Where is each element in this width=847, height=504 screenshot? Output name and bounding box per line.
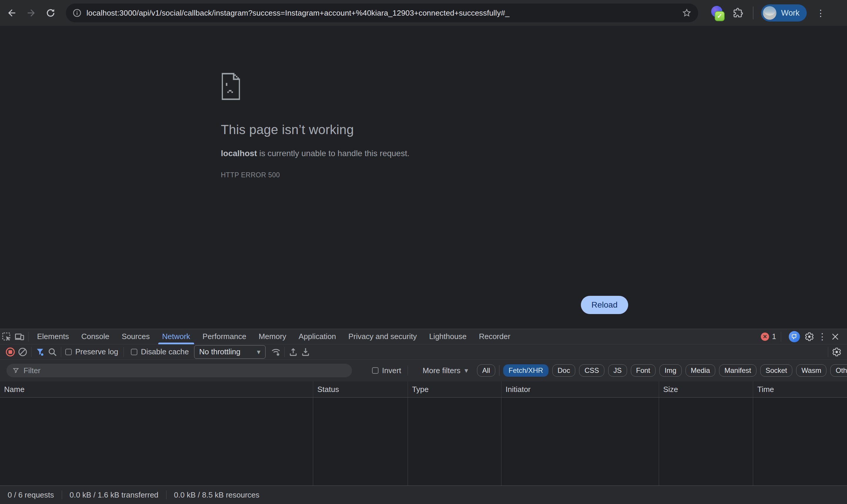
tabbar-separator	[781, 332, 781, 342]
transferred-size: 0.0 kB / 1.6 kB transferred	[70, 490, 159, 500]
search-icon	[47, 347, 57, 357]
invert-checkbox[interactable]	[372, 367, 379, 374]
chip-font[interactable]: Font	[631, 364, 655, 377]
table-body[interactable]	[0, 397, 847, 486]
table-header-row: Name Status Type Initiator Size Time	[0, 381, 847, 397]
chip-socket[interactable]: Socket	[760, 364, 792, 377]
back-button[interactable]	[4, 5, 19, 21]
filter-separator	[408, 365, 408, 376]
devtools-settings-button[interactable]	[803, 330, 816, 343]
toolbar-separator	[61, 347, 61, 357]
chevron-down-icon: ▾	[465, 366, 468, 375]
tab-application[interactable]: Application	[292, 329, 342, 344]
network-filter-row: Invert More filters ▾ All Fetch/XHR Doc …	[0, 360, 847, 381]
invert-filter-group: Invert	[370, 366, 401, 375]
throttling-select[interactable]: No throttling ▾	[194, 345, 265, 359]
gear-icon	[832, 347, 842, 357]
column-header-type[interactable]: Type	[408, 381, 501, 397]
clear-network-log-button[interactable]	[16, 346, 29, 358]
toolbar-separator	[124, 347, 124, 357]
extensions-puzzle-icon[interactable]	[732, 7, 744, 19]
tab-network[interactable]: Network	[156, 329, 196, 344]
import-har-button[interactable]	[287, 346, 300, 358]
chip-js[interactable]: JS	[608, 364, 627, 377]
chip-all[interactable]: All	[477, 364, 495, 377]
devtools-close-button[interactable]	[829, 330, 842, 343]
column-header-status[interactable]: Status	[313, 381, 408, 397]
toolbar-separator	[753, 6, 754, 19]
back-icon	[6, 8, 17, 18]
requests-count: 0 / 6 requests	[8, 490, 54, 500]
chip-fetch-xhr[interactable]: Fetch/XHR	[503, 364, 548, 377]
reload-icon	[46, 8, 56, 18]
inspect-element-button[interactable]	[0, 330, 13, 343]
filter-toggle-button[interactable]	[34, 346, 46, 358]
network-conditions-button[interactable]	[270, 346, 282, 358]
tab-recorder[interactable]: Recorder	[473, 329, 517, 344]
tab-performance[interactable]: Performance	[196, 329, 253, 344]
download-icon	[301, 347, 310, 357]
chip-media[interactable]: Media	[686, 364, 715, 377]
avatar	[763, 6, 776, 20]
record-network-log-button[interactable]	[4, 346, 16, 358]
chip-img[interactable]: Img	[660, 364, 682, 377]
tab-privacy-and-security[interactable]: Privacy and security	[342, 329, 423, 344]
network-conditions-icon	[271, 347, 281, 357]
chip-other[interactable]: Other	[830, 364, 847, 377]
kebab-menu-icon: ⋮	[818, 331, 827, 342]
column-header-time[interactable]: Time	[753, 381, 847, 397]
site-info-icon[interactable]	[72, 8, 82, 18]
profile-name: Work	[781, 8, 800, 18]
console-error-badge[interactable]: ✕ 1	[761, 332, 776, 341]
error-title: This page isn’t working	[221, 122, 633, 137]
preserve-log-checkbox[interactable]	[65, 349, 72, 355]
disable-cache-label[interactable]: Disable cache	[141, 347, 189, 356]
more-filters-button[interactable]: More filters ▾	[422, 366, 468, 375]
filter-input[interactable]	[23, 366, 352, 375]
profile-chip[interactable]: Work	[761, 4, 807, 21]
tab-sources[interactable]: Sources	[115, 329, 156, 344]
address-bar[interactable]: localhost:3000/api/v1/social/callback/in…	[66, 3, 698, 22]
column-header-name[interactable]: Name	[0, 381, 313, 397]
column-divider	[753, 398, 753, 485]
toolbar-separator	[828, 347, 828, 357]
column-divider	[313, 398, 313, 485]
disable-cache-checkbox[interactable]	[131, 349, 137, 355]
search-network-button[interactable]	[46, 346, 58, 358]
forward-button[interactable]	[23, 5, 39, 21]
network-requests-table: Name Status Type Initiator Size Time	[0, 381, 847, 486]
chip-manifest[interactable]: Manifest	[719, 364, 756, 377]
preserve-log-label[interactable]: Preserve log	[75, 347, 118, 356]
more-filters-label: More filters	[422, 366, 461, 375]
devtools-tabs: Elements Console Sources Network Perform…	[31, 329, 517, 344]
extension-check-badge: ✓	[715, 11, 725, 21]
tab-memory[interactable]: Memory	[252, 329, 292, 344]
device-toolbar-button[interactable]	[13, 330, 26, 343]
resources-size: 0.0 kB / 8.5 kB resources	[174, 490, 259, 500]
reload-nav-button[interactable]	[43, 5, 58, 21]
column-header-size[interactable]: Size	[659, 381, 753, 397]
devtools-panel: Elements Console Sources Network Perform…	[0, 329, 847, 504]
filter-input-container[interactable]	[6, 364, 352, 377]
network-status-bar: 0 / 6 requests 0.0 kB / 1.6 kB transferr…	[0, 486, 847, 504]
network-settings-button[interactable]	[831, 346, 843, 358]
column-header-initiator[interactable]: Initiator	[501, 381, 659, 397]
pinned-extension-button[interactable]: ✓	[710, 5, 724, 21]
toolbar-separator	[31, 347, 32, 357]
tab-lighthouse[interactable]: Lighthouse	[423, 329, 473, 344]
chip-doc[interactable]: Doc	[552, 364, 576, 377]
reload-button[interactable]: Reload	[581, 296, 628, 314]
chip-css[interactable]: CSS	[579, 364, 604, 377]
ai-assistant-icon	[791, 333, 798, 340]
browser-menu-button[interactable]: ⋮	[815, 5, 827, 21]
export-har-button[interactable]	[300, 346, 312, 358]
error-message: localhost is currently unable to handle …	[221, 149, 633, 158]
ai-assistant-button[interactable]	[789, 331, 800, 342]
tab-elements[interactable]: Elements	[31, 329, 75, 344]
bookmark-star-icon[interactable]	[682, 8, 692, 18]
tab-console[interactable]: Console	[75, 329, 115, 344]
invert-label[interactable]: Invert	[382, 366, 401, 375]
devtools-menu-button[interactable]: ⋮	[816, 330, 829, 343]
chip-wasm[interactable]: Wasm	[796, 364, 826, 377]
url-text[interactable]: localhost:3000/api/v1/social/callback/in…	[87, 8, 682, 18]
